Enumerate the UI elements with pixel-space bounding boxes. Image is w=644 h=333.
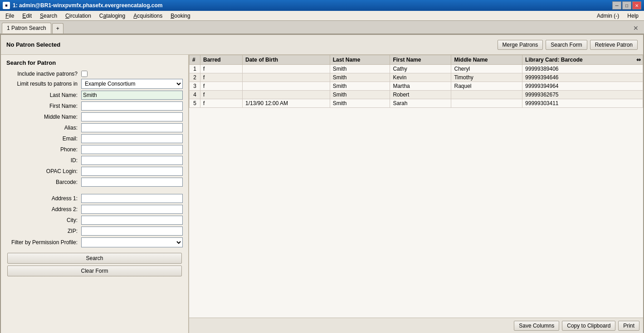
filter-permission-select[interactable] xyxy=(81,237,183,247)
cell-num: 1 xyxy=(190,65,200,73)
email-input[interactable] xyxy=(81,134,183,143)
menu-cataloging[interactable]: Cataloging xyxy=(96,12,129,20)
filter-permission-row: Filter by Permission Profile: xyxy=(6,237,183,247)
filter-permission-label: Filter by Permission Profile: xyxy=(6,239,81,246)
results-table-container: # Barred Date of Birth Last Name First N… xyxy=(189,55,643,318)
action-buttons: Search Clear Form xyxy=(6,253,183,276)
table-row[interactable]: 5 f 1/13/90 12:00 AM Smith Sarah 9999930… xyxy=(190,99,643,108)
address1-input[interactable] xyxy=(81,194,183,203)
results-table: # Barred Date of Birth Last Name First N… xyxy=(189,55,643,108)
window-controls: ─ □ ✕ xyxy=(612,1,641,10)
last-name-label: Last Name: xyxy=(6,92,81,98)
copy-clipboard-button[interactable]: Copy to Clipboard xyxy=(562,321,615,331)
middle-name-row: Middle Name: xyxy=(6,112,183,121)
include-inactive-checkbox[interactable] xyxy=(81,71,88,77)
middle-name-label: Middle Name: xyxy=(6,114,81,120)
search-form-button[interactable]: Search Form xyxy=(546,40,587,50)
table-header-row: # Barred Date of Birth Last Name First N… xyxy=(190,55,643,65)
middle-name-input[interactable] xyxy=(81,112,183,121)
col-dob[interactable]: Date of Birth xyxy=(243,55,330,65)
cell-last-name: Smith xyxy=(330,91,390,99)
minimize-button[interactable]: ─ xyxy=(612,1,621,10)
id-row: ID: xyxy=(6,156,183,165)
last-name-row: Last Name: xyxy=(6,91,183,100)
cell-middle-name xyxy=(451,91,522,99)
menu-edit[interactable]: Edit xyxy=(19,12,35,20)
cell-middle-name: Cheryl xyxy=(451,65,522,73)
retrieve-patron-button[interactable]: Retrieve Patron xyxy=(590,40,638,50)
menu-acquisitions[interactable]: Acquisitions xyxy=(130,12,166,20)
top-section: No Patron Selected Merge Patrons Search … xyxy=(1,35,643,55)
barcode-row: Barcode: xyxy=(6,178,183,187)
id-input[interactable] xyxy=(81,156,183,165)
city-row: City: xyxy=(6,216,183,225)
first-name-row: First Name: xyxy=(6,101,183,111)
phone-input[interactable] xyxy=(81,145,183,154)
cell-barcode: 99999362675 xyxy=(522,91,643,99)
col-num[interactable]: # xyxy=(190,55,200,65)
title-bar: ■ 1: admin@BR1-winxpvmfx.phasefx.evergre… xyxy=(0,0,644,11)
cell-num: 4 xyxy=(190,91,200,99)
include-inactive-label: Include inactive patrons? xyxy=(6,71,81,77)
cell-barred: f xyxy=(200,73,243,82)
table-row[interactable]: 1 f Smith Cathy Cheryl 99999389406 xyxy=(190,65,643,73)
help-link[interactable]: Help xyxy=(624,12,642,20)
cell-first-name: Robert xyxy=(390,91,451,99)
table-row[interactable]: 3 f Smith Martha Raquel 99999394964 xyxy=(190,82,643,91)
menu-file[interactable]: File xyxy=(2,12,18,20)
cell-last-name: Smith xyxy=(330,99,390,108)
address2-row: Address 2: xyxy=(6,205,183,214)
admin-link[interactable]: Admin (-) xyxy=(593,12,623,20)
cell-last-name: Smith xyxy=(330,73,390,82)
zip-label: ZIP: xyxy=(6,228,81,234)
id-label: ID: xyxy=(6,157,81,164)
col-first-name[interactable]: First Name xyxy=(390,55,451,65)
first-name-input[interactable] xyxy=(81,101,183,111)
col-middle-name[interactable]: Middle Name xyxy=(451,55,522,65)
first-name-label: First Name: xyxy=(6,103,81,109)
table-row[interactable]: 2 f Smith Kevin Timothy 99999394646 xyxy=(190,73,643,82)
col-last-name[interactable]: Last Name xyxy=(330,55,390,65)
menu-booking[interactable]: Booking xyxy=(167,12,194,20)
cell-barred: f xyxy=(200,91,243,99)
cell-middle-name xyxy=(451,99,522,108)
cell-barcode: 99999394646 xyxy=(522,73,643,82)
cell-dob xyxy=(243,73,330,82)
cell-barred: f xyxy=(200,82,243,91)
table-row[interactable]: 4 f Smith Robert 99999362675 xyxy=(190,91,643,99)
alias-row: Alias: xyxy=(6,123,183,132)
cell-first-name: Sarah xyxy=(390,99,451,108)
menu-circulation[interactable]: Circulation xyxy=(62,12,95,20)
address2-input[interactable] xyxy=(81,205,183,214)
save-columns-button[interactable]: Save Columns xyxy=(514,321,559,331)
cell-num: 3 xyxy=(190,82,200,91)
city-input[interactable] xyxy=(81,216,183,225)
cell-dob xyxy=(243,91,330,99)
col-resize-icon[interactable]: ⇔ xyxy=(636,57,640,63)
address1-row: Address 1: xyxy=(6,194,183,203)
tab-add-button[interactable]: + xyxy=(52,23,63,34)
alias-input[interactable] xyxy=(81,123,183,132)
cell-barred: f xyxy=(200,99,243,108)
close-button[interactable]: ✕ xyxy=(632,1,641,10)
clear-form-button[interactable]: Clear Form xyxy=(7,265,182,276)
tab-patron-search[interactable]: 1 Patron Search xyxy=(2,23,51,34)
tab-close-button[interactable]: ✕ xyxy=(629,23,642,34)
col-barred[interactable]: Barred xyxy=(200,55,243,65)
merge-patrons-button[interactable]: Merge Patrons xyxy=(498,40,543,50)
search-form-title: Search for Patron xyxy=(6,59,183,66)
barcode-input[interactable] xyxy=(81,178,183,187)
maximize-button[interactable]: □ xyxy=(622,1,631,10)
last-name-input[interactable] xyxy=(81,91,183,100)
opac-login-label: OPAC Login: xyxy=(6,168,81,174)
zip-input[interactable] xyxy=(81,227,183,236)
cell-dob xyxy=(243,82,330,91)
print-button[interactable]: Print xyxy=(618,321,639,331)
col-barcode[interactable]: Library Card: Barcode ⇔ xyxy=(522,55,643,65)
menu-search[interactable]: Search xyxy=(36,12,61,20)
limit-results-select[interactable]: Example Consortium xyxy=(81,79,183,89)
search-button[interactable]: Search xyxy=(7,253,182,264)
cell-barcode: 99999303411 xyxy=(522,99,643,108)
address2-label: Address 2: xyxy=(6,206,81,212)
opac-login-input[interactable] xyxy=(81,167,183,176)
